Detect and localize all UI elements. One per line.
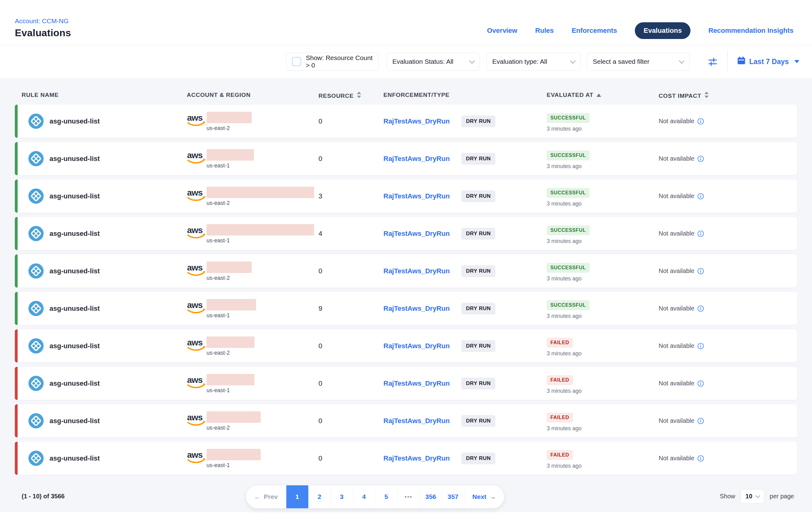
- page-ellipsis[interactable]: •••: [397, 485, 420, 508]
- resource-count: 0: [318, 329, 322, 362]
- sort-both-icon[interactable]: [704, 92, 709, 100]
- prev-page-button[interactable]: ← Prev: [246, 485, 286, 508]
- saved-filter-select[interactable]: Select a saved filter: [587, 53, 690, 71]
- rule-icon: [28, 180, 44, 213]
- info-icon[interactable]: [697, 118, 704, 125]
- info-icon[interactable]: [697, 380, 704, 387]
- nav-tab-rules[interactable]: Rules: [535, 27, 554, 35]
- enforcement-link[interactable]: RajTestAws_DryRun: [384, 142, 450, 175]
- resource-count: 0: [318, 442, 322, 475]
- saved-filter-placeholder: Select a saved filter: [593, 58, 649, 65]
- enforcement-link[interactable]: RajTestAws_DryRun: [384, 367, 450, 400]
- column-evaluated-at-sort[interactable]: EVALUATED AT: [547, 92, 601, 99]
- rule-icon: [28, 292, 44, 325]
- enforcement-link[interactable]: RajTestAws_DryRun: [384, 329, 450, 362]
- account-region-cell: aws us-east-2: [187, 329, 320, 362]
- evaluation-type-cell: DRY RUN: [461, 404, 495, 437]
- column-cost-impact-sort[interactable]: COST IMPACT: [659, 92, 709, 100]
- sort-both-icon[interactable]: [357, 92, 361, 100]
- cost-impact-value: Not available: [659, 342, 695, 349]
- dry-run-badge: DRY RUN: [461, 115, 495, 127]
- date-range-picker[interactable]: Last 7 Days: [737, 56, 799, 67]
- info-icon[interactable]: [697, 268, 704, 275]
- enforcement-link[interactable]: RajTestAws_DryRun: [384, 292, 450, 325]
- resource-count-filter-checkbox[interactable]: Show: Resource Count > 0: [286, 53, 379, 71]
- page-number-button[interactable]: 356: [420, 485, 442, 508]
- evaluation-row[interactable]: asg-unused-list aws us-east-1 9 RajTestA…: [15, 292, 797, 325]
- evaluation-row[interactable]: asg-unused-list aws us-east-2 0 RajTestA…: [15, 404, 797, 437]
- evaluation-row[interactable]: asg-unused-list aws us-east-2 0 RajTestA…: [15, 255, 797, 288]
- cost-impact-value: Not available: [659, 455, 695, 462]
- cost-impact-value: Not available: [659, 192, 695, 200]
- rule-icon: [28, 367, 44, 400]
- evaluation-row[interactable]: asg-unused-list aws us-east-1 0 RajTestA…: [15, 442, 797, 475]
- svg-text:aws: aws: [187, 300, 202, 310]
- page-number-button[interactable]: 3: [331, 485, 353, 508]
- evaluation-row[interactable]: asg-unused-list aws us-east-2 3 RajTestA…: [15, 180, 797, 213]
- rule-name: asg-unused-list: [50, 255, 100, 288]
- aws-logo-icon: aws: [187, 225, 206, 241]
- page-number-button[interactable]: 1: [286, 485, 308, 508]
- enforcement-link[interactable]: RajTestAws_DryRun: [384, 105, 450, 138]
- enforcement-link[interactable]: RajTestAws_DryRun: [384, 442, 450, 475]
- status-color-bar: [15, 142, 18, 175]
- evaluation-type-select[interactable]: Evaluation type: All: [486, 53, 581, 71]
- evaluated-time: 3 minutes ago: [547, 425, 582, 432]
- rule-name: asg-unused-list: [50, 442, 100, 475]
- evaluation-row[interactable]: asg-unused-list aws us-east-2 0 RajTestA…: [15, 329, 797, 362]
- redacted-account-name: [206, 187, 314, 198]
- info-icon[interactable]: [697, 155, 704, 162]
- svg-text:aws: aws: [187, 375, 202, 385]
- page-number-button[interactable]: 5: [375, 485, 397, 508]
- nav-tab-evaluations[interactable]: Evaluations: [635, 22, 690, 39]
- region-label: us-east-2: [206, 125, 230, 132]
- evaluation-row[interactable]: asg-unused-list aws us-east-1 4 RajTestA…: [15, 217, 797, 250]
- page-size-control: Show 10 per page: [720, 489, 794, 503]
- status-badge: SUCCESSFUL: [547, 225, 590, 235]
- info-icon[interactable]: [697, 343, 704, 349]
- evaluation-row[interactable]: asg-unused-list aws us-east-2 0 RajTestA…: [15, 105, 797, 138]
- enforcement-link[interactable]: RajTestAws_DryRun: [384, 180, 450, 213]
- evaluated-time: 3 minutes ago: [547, 163, 582, 170]
- page-size-select[interactable]: 10: [740, 489, 764, 503]
- page-number-button[interactable]: 2: [308, 485, 331, 508]
- status-badge: FAILED: [547, 375, 573, 385]
- enforcement-link[interactable]: RajTestAws_DryRun: [384, 255, 450, 288]
- evaluation-type-cell: DRY RUN: [461, 329, 495, 362]
- evaluation-status-select[interactable]: Evaluation Status: All: [387, 53, 480, 71]
- evaluation-row[interactable]: asg-unused-list aws us-east-1 0 RajTestA…: [15, 142, 797, 175]
- status-badge: SUCCESSFUL: [547, 263, 590, 273]
- evaluation-type-cell: DRY RUN: [461, 217, 495, 250]
- next-page-button[interactable]: Next →: [464, 485, 504, 508]
- rule-icon: [28, 404, 44, 437]
- svg-text:aws: aws: [187, 225, 202, 235]
- rule-icon: [28, 105, 44, 138]
- nav-tab-recommendation-insights[interactable]: Recommendation Insights: [708, 27, 793, 35]
- evaluated-time: 3 minutes ago: [547, 350, 582, 357]
- caret-down-icon: [794, 60, 799, 63]
- rule-icon: [28, 255, 44, 288]
- enforcement-link[interactable]: RajTestAws_DryRun: [384, 217, 450, 250]
- info-icon[interactable]: [697, 455, 704, 462]
- info-icon[interactable]: [697, 193, 704, 200]
- account-breadcrumb-link[interactable]: Account: CCM-NG: [15, 17, 68, 25]
- account-region-cell: aws us-east-2: [187, 404, 320, 437]
- column-resource-sort[interactable]: RESOURCE: [318, 92, 361, 100]
- checkbox-icon[interactable]: [292, 57, 301, 66]
- dry-run-badge: DRY RUN: [461, 303, 495, 314]
- status-color-bar: [15, 217, 18, 250]
- nav-tab-overview[interactable]: Overview: [487, 27, 517, 35]
- sort-asc-icon[interactable]: [596, 92, 601, 99]
- info-icon[interactable]: [697, 305, 704, 312]
- info-icon[interactable]: [697, 418, 704, 424]
- account-region-cell: aws us-east-1: [187, 217, 320, 250]
- advanced-filters-icon[interactable]: [707, 57, 718, 68]
- nav-tab-enforcements[interactable]: Enforcements: [572, 27, 617, 35]
- enforcement-link[interactable]: RajTestAws_DryRun: [384, 404, 450, 437]
- evaluation-row[interactable]: asg-unused-list aws us-east-1 0 RajTestA…: [15, 367, 797, 400]
- cost-impact-cell: Not available: [659, 142, 704, 175]
- info-icon[interactable]: [697, 230, 704, 237]
- page-number-button[interactable]: 357: [442, 485, 464, 508]
- page-number-button[interactable]: 4: [353, 485, 375, 508]
- cost-impact-cell: Not available: [659, 292, 704, 325]
